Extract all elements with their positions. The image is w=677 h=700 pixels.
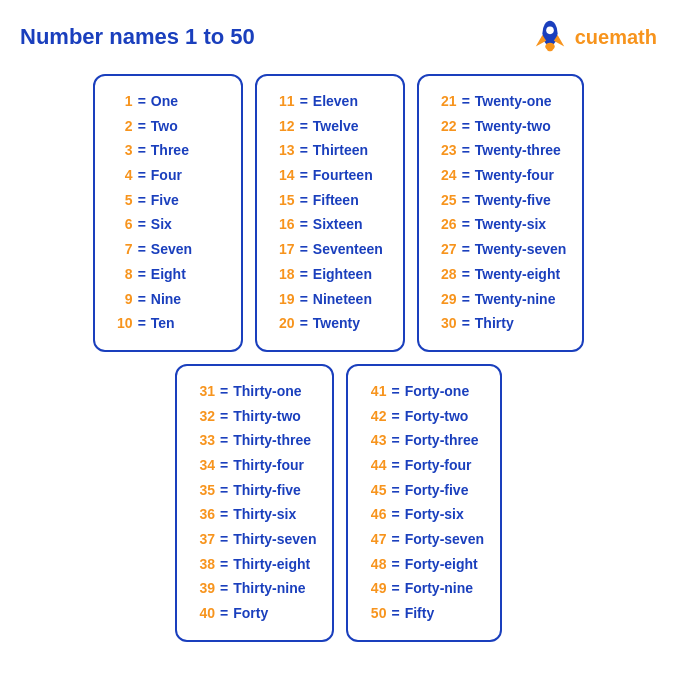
logo-cue: cue xyxy=(575,26,609,48)
number-name: Eleven xyxy=(313,91,358,113)
equals-sign: = xyxy=(300,165,308,187)
equals-sign: = xyxy=(391,480,399,502)
number-name: Sixteen xyxy=(313,214,363,236)
number-value: 18 xyxy=(273,264,295,286)
equals-sign: = xyxy=(462,140,470,162)
card-11-20: 11=Eleven12=Twelve13=Thirteen14=Fourteen… xyxy=(255,74,405,352)
equals-sign: = xyxy=(138,140,146,162)
number-value: 38 xyxy=(193,554,215,576)
number-name: Twenty-nine xyxy=(475,289,556,311)
number-row: 9=Nine xyxy=(111,289,225,311)
number-value: 48 xyxy=(364,554,386,576)
number-name: Seven xyxy=(151,239,192,261)
number-name: Twenty-six xyxy=(475,214,546,236)
number-name: Thirty-six xyxy=(233,504,296,526)
number-name: Forty-seven xyxy=(405,529,484,551)
number-value: 14 xyxy=(273,165,295,187)
number-value: 43 xyxy=(364,430,386,452)
number-value: 29 xyxy=(435,289,457,311)
equals-sign: = xyxy=(462,165,470,187)
number-row: 16=Sixteen xyxy=(273,214,387,236)
number-value: 31 xyxy=(193,381,215,403)
number-value: 11 xyxy=(273,91,295,113)
number-name: Forty-three xyxy=(405,430,479,452)
number-row: 11=Eleven xyxy=(273,91,387,113)
number-row: 1=One xyxy=(111,91,225,113)
equals-sign: = xyxy=(220,603,228,625)
number-row: 38=Thirty-eight xyxy=(193,554,316,576)
equals-sign: = xyxy=(220,578,228,600)
number-row: 42=Forty-two xyxy=(364,406,484,428)
number-row: 33=Thirty-three xyxy=(193,430,316,452)
number-name: Nineteen xyxy=(313,289,372,311)
equals-sign: = xyxy=(300,116,308,138)
number-value: 49 xyxy=(364,578,386,600)
number-row: 37=Thirty-seven xyxy=(193,529,316,551)
rocket-icon xyxy=(531,18,569,56)
number-row: 41=Forty-one xyxy=(364,381,484,403)
number-row: 14=Fourteen xyxy=(273,165,387,187)
number-row: 44=Forty-four xyxy=(364,455,484,477)
equals-sign: = xyxy=(462,91,470,113)
equals-sign: = xyxy=(300,140,308,162)
number-name: Thirty-four xyxy=(233,455,304,477)
number-row: 39=Thirty-nine xyxy=(193,578,316,600)
equals-sign: = xyxy=(391,381,399,403)
logo-math: math xyxy=(609,26,657,48)
number-row: 35=Thirty-five xyxy=(193,480,316,502)
number-name: Five xyxy=(151,190,179,212)
equals-sign: = xyxy=(220,529,228,551)
equals-sign: = xyxy=(391,504,399,526)
number-name: Forty-nine xyxy=(405,578,473,600)
number-value: 4 xyxy=(111,165,133,187)
number-value: 15 xyxy=(273,190,295,212)
number-row: 46=Forty-six xyxy=(364,504,484,526)
number-value: 12 xyxy=(273,116,295,138)
page: Number names 1 to 50 cuemath 1=One2=Two3… xyxy=(0,0,677,652)
equals-sign: = xyxy=(462,313,470,335)
number-name: Forty-eight xyxy=(405,554,478,576)
number-name: Thirty-five xyxy=(233,480,301,502)
number-row: 40=Forty xyxy=(193,603,316,625)
number-name: Thirty xyxy=(475,313,514,335)
equals-sign: = xyxy=(462,214,470,236)
number-row: 15=Fifteen xyxy=(273,190,387,212)
number-name: Forty-four xyxy=(405,455,472,477)
number-name: Twenty-five xyxy=(475,190,551,212)
equals-sign: = xyxy=(138,313,146,335)
equals-sign: = xyxy=(220,504,228,526)
number-row: 5=Five xyxy=(111,190,225,212)
number-value: 44 xyxy=(364,455,386,477)
number-name: Three xyxy=(151,140,189,162)
number-value: 30 xyxy=(435,313,457,335)
equals-sign: = xyxy=(138,264,146,286)
number-value: 20 xyxy=(273,313,295,335)
equals-sign: = xyxy=(391,430,399,452)
number-name: Eight xyxy=(151,264,186,286)
equals-sign: = xyxy=(138,190,146,212)
number-name: Twenty-four xyxy=(475,165,554,187)
number-value: 10 xyxy=(111,313,133,335)
number-value: 5 xyxy=(111,190,133,212)
card-41-50: 41=Forty-one42=Forty-two43=Forty-three44… xyxy=(346,364,502,642)
number-value: 19 xyxy=(273,289,295,311)
number-value: 24 xyxy=(435,165,457,187)
equals-sign: = xyxy=(391,603,399,625)
number-row: 3=Three xyxy=(111,140,225,162)
number-row: 4=Four xyxy=(111,165,225,187)
equals-sign: = xyxy=(462,264,470,286)
svg-rect-5 xyxy=(547,45,553,52)
page-title: Number names 1 to 50 xyxy=(20,24,255,50)
number-row: 7=Seven xyxy=(111,239,225,261)
number-name: Two xyxy=(151,116,178,138)
equals-sign: = xyxy=(220,455,228,477)
number-row: 2=Two xyxy=(111,116,225,138)
number-value: 27 xyxy=(435,239,457,261)
equals-sign: = xyxy=(138,289,146,311)
number-row: 34=Thirty-four xyxy=(193,455,316,477)
equals-sign: = xyxy=(300,289,308,311)
equals-sign: = xyxy=(220,554,228,576)
number-name: Four xyxy=(151,165,182,187)
card-31-40: 31=Thirty-one32=Thirty-two33=Thirty-thre… xyxy=(175,364,334,642)
number-name: Twenty-seven xyxy=(475,239,567,261)
